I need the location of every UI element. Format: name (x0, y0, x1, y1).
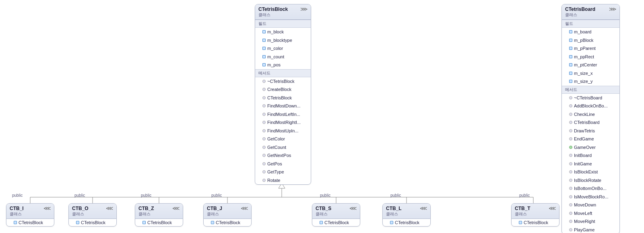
method-icon (262, 137, 266, 140)
CTB_S-parent-field: CTetrisBlock (312, 219, 360, 226)
method-icon (569, 228, 572, 231)
board-method-EndGame: EndGame (562, 135, 619, 143)
class-CTB_T: CTB_T 클래스 ⋘ CTetrisBlock (511, 203, 559, 227)
method-dtor: ~CTetrisBlock (255, 77, 311, 86)
method-icon (262, 80, 266, 83)
board-method-InitGame: InitGame (562, 160, 619, 168)
field-icon (569, 55, 572, 58)
CTB_I-collapse[interactable]: ⋘ (43, 206, 51, 211)
CTB_Z-header: CTB_Z 클래스 ⋘ (135, 204, 183, 219)
CTB_Z-parent-field: CTetrisBlock (135, 219, 183, 226)
CTetrisBlock-collapse[interactable]: ⋙ (300, 6, 308, 12)
board-method-DrawTetris: DrawTetris (562, 127, 619, 135)
CTB_L-header: CTB_L 클래스 ⋘ (383, 204, 430, 219)
board-method-MoveDown: MoveDown (562, 201, 619, 209)
board-field-m_pBlock: m_pBlock (562, 36, 619, 45)
method-icon (262, 170, 266, 173)
field-icon (569, 72, 572, 75)
field-icon (262, 39, 266, 42)
method-icon (569, 121, 572, 124)
field-m_color: m_color (255, 44, 311, 53)
field-icon (519, 221, 522, 224)
field-m_count: m_count (255, 53, 311, 61)
board-method-PlayGame: PlayGame (562, 226, 619, 233)
CTB_L-parent-field: CTetrisBlock (383, 219, 430, 226)
field-icon (14, 221, 17, 224)
class-CTB_S: CTB_S 클래스 ⋘ CTetrisBlock (312, 203, 360, 227)
method-icon (569, 212, 572, 215)
CTB_T-header: CTB_T 클래스 ⋘ (512, 204, 559, 219)
field-icon (262, 55, 266, 58)
method-icon (262, 129, 266, 132)
CTB_Z-collapse[interactable]: ⋘ (172, 206, 180, 211)
field-icon (569, 63, 572, 66)
method-ctor: CTetrisBlock (255, 94, 311, 102)
CTB_J-subtitle: 클래스 (207, 211, 222, 217)
field-icon (569, 30, 572, 33)
method-icon (569, 137, 572, 140)
method-icon (569, 146, 572, 149)
board-method-AddBlock: AddBlockOnBo... (562, 102, 619, 110)
CTB_J-collapse[interactable]: ⋘ (241, 206, 248, 211)
CTB_Z-title: CTB_Z (138, 206, 154, 211)
board-field-m_size_y: m_size_y (562, 77, 619, 86)
CTB_O-collapse[interactable]: ⋘ (106, 206, 113, 211)
method-icon (262, 113, 266, 116)
board-method-dtor: ~CTetrisBoard (562, 94, 619, 102)
CTB_Z-subtitle: 클래스 (138, 211, 154, 217)
CTB_L-subtitle: 클래스 (386, 211, 402, 217)
field-icon (569, 47, 572, 50)
method-icon (262, 88, 266, 91)
field-icon (262, 63, 266, 66)
method-FindMostDown: FindMostDown... (255, 102, 311, 110)
method-icon (569, 195, 572, 198)
CTB_J-header: CTB_J 클래스 ⋘ (204, 204, 251, 219)
CTB_S-title: CTB_S (316, 206, 331, 211)
CTetrisBlock-title: CTetrisBlock (258, 6, 288, 12)
method-CreateBlock: CreateBlock (255, 85, 311, 94)
field-icon (211, 221, 214, 224)
field-icon (390, 221, 393, 224)
field-m_blocktype: m_blocktype (255, 36, 311, 45)
method-Rotate: Rotate (255, 176, 311, 185)
method-icon (262, 121, 266, 124)
CTB_T-collapse[interactable]: ⋘ (549, 206, 556, 211)
CTB_S-subtitle: 클래스 (316, 211, 331, 217)
board-method-GameOver: GameOver (562, 143, 619, 152)
public-label-6: public (390, 193, 401, 198)
method-icon (262, 154, 266, 157)
CTB_I-parent-field: CTetrisBlock (6, 219, 54, 226)
CTB_J-parent-field: CTetrisBlock (204, 219, 251, 226)
board-method-IsBottomOnBo: IsBottomOnBo... (562, 184, 619, 193)
CTB_L-collapse[interactable]: ⋘ (420, 206, 427, 211)
board-field-m_ptCenter: m_ptCenter (562, 61, 619, 69)
CTetrisBoard-collapse[interactable]: ⋙ (609, 6, 616, 12)
field-m_block: m_block (255, 28, 311, 36)
public-label-7: public (519, 193, 530, 198)
method-icon (262, 104, 266, 107)
board-method-ctor: CTetrisBoard (562, 118, 619, 127)
CTetrisBlock-subtitle: 클래스 (258, 12, 288, 18)
method-GetNextPos: GetNextPos (255, 151, 311, 160)
CTB_S-collapse[interactable]: ⋘ (349, 206, 357, 211)
CTB_O-title: CTB_O (72, 206, 89, 211)
CTB_S-header: CTB_S 클래스 ⋘ (312, 204, 360, 219)
field-icon (142, 221, 146, 224)
method-icon (569, 96, 572, 99)
method-icon (569, 170, 572, 173)
class-CTetrisBoard: CTetrisBoard 클래스 ⋙ 필드 m_board m_pBlock m… (561, 4, 620, 233)
board-field-m_board: m_board (562, 28, 619, 36)
board-method-IsMoveBlockRo: IsMoveBlockRo... (562, 193, 619, 201)
board-field-m_ppRect: m_ppRect (562, 53, 619, 61)
field-icon (569, 80, 572, 83)
board-method-InitBoard: InitBoard (562, 151, 619, 160)
class-CTetrisBlock: CTetrisBlock 클래스 ⋙ 필드 m_block m_blocktyp… (255, 4, 311, 185)
method-icon (569, 220, 572, 223)
class-CTB_O: CTB_O 클래스 ⋘ CTetrisBlock (68, 203, 117, 227)
CTB_I-header: CTB_I 클래스 ⋘ (6, 204, 54, 219)
CTB_O-parent-field: CTetrisBlock (69, 219, 116, 226)
CTetrisBoard-header: CTetrisBoard 클래스 ⋙ (562, 4, 619, 20)
method-GetColor: GetColor (255, 135, 311, 143)
class-CTB_J: CTB_J 클래스 ⋘ CTetrisBlock (203, 203, 252, 227)
board-field-m_pParent: m_pParent (562, 44, 619, 53)
